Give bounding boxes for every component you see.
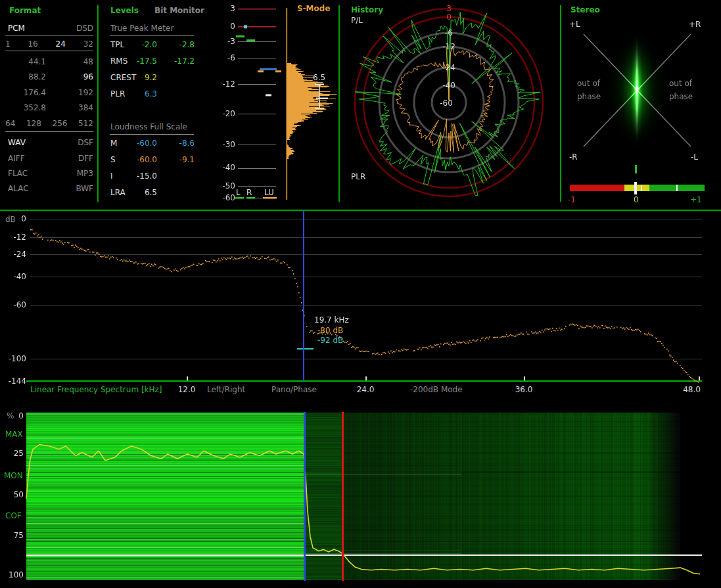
level-row-plr: PLR 6.3 — [110, 89, 195, 100]
history-ring-label: -60 — [439, 99, 454, 108]
spectrogram-y-tick: 50 — [0, 490, 24, 499]
divider — [5, 131, 93, 132]
format-option-file: DFF — [78, 154, 93, 163]
spectrum-x-tick: 48.0 — [677, 385, 707, 394]
true-peak-heading: True Peak Meter — [110, 24, 174, 33]
balance-tick — [635, 165, 637, 173]
format-file-row: WAV DSF — [5, 138, 93, 148]
correlation-min-label: -1 — [568, 195, 576, 204]
s-mode-toggle[interactable]: S-Mode — [297, 4, 331, 13]
panel-divider — [97, 5, 99, 202]
format-option-file: MP3 — [77, 169, 93, 178]
row-label: I — [110, 171, 113, 181]
format-option-rate: 176.4 — [24, 88, 46, 97]
spectrum-y-tick: -100 — [0, 354, 26, 363]
spectrum-y-tick: -24 — [0, 250, 26, 259]
histogram-spread-value: 6.5 — [313, 73, 325, 82]
cursor-left-db-readout: -80 dB — [317, 326, 343, 335]
format-bitdepth-row: 1 16 24 32 — [5, 39, 93, 49]
format-codec-row: PCM DSD — [5, 24, 93, 34]
cursor-freq-readout: 19.7 kHz — [314, 315, 349, 325]
row-value: 6.3 — [122, 89, 157, 99]
row-value: -2.0 — [122, 40, 157, 49]
format-option-file: FLAC — [8, 169, 28, 178]
spectrum-y-tick: -144 — [0, 376, 26, 386]
panel-divider — [560, 5, 561, 202]
meter-channel-l: L — [236, 188, 241, 197]
level-row-tpl: TPL -2.0 -2.8 — [110, 40, 195, 51]
level-row-lra: LRA 6.5 — [110, 188, 195, 198]
meter-scale-label: -3 — [217, 37, 235, 46]
correlation-tick — [676, 185, 678, 191]
meter-scale-label: -40 — [217, 163, 235, 172]
format-option-dsd: DSD — [76, 24, 93, 33]
spectrum-x-tick: 36.0 — [511, 385, 537, 394]
history-ring-label: -24 — [442, 63, 456, 72]
format-option-rate: 192 — [78, 88, 93, 97]
format-option-dsdrate: 128 — [26, 119, 41, 129]
format-option-rate: 96 — [83, 72, 93, 81]
history-plr-toggle[interactable]: PLR — [351, 172, 365, 181]
meter-channel-r: R — [246, 188, 252, 197]
format-rate-row: 352.8 384 — [5, 103, 93, 113]
spectrogram-mon-label: MON — [4, 471, 23, 480]
spectrogram-y-tick: 0 — [0, 411, 24, 420]
spectrum-y-tick: -40 — [0, 272, 26, 281]
divider — [5, 51, 93, 51]
mode-pano-phase[interactable]: Pano/Phase — [271, 385, 317, 394]
spectrogram-y-tick: 25 — [0, 449, 24, 458]
divider — [5, 35, 93, 35]
row-value: -8.6 — [159, 139, 195, 148]
spectrum-y-tick: 0 — [0, 214, 26, 223]
spectrogram-cof-label: COF — [5, 511, 22, 520]
row-value: -60.0 — [122, 139, 157, 148]
history-pl-toggle[interactable]: P/L — [351, 16, 363, 25]
out-of-phase-label: phase — [577, 92, 601, 101]
format-option-rate: 352.8 — [24, 103, 46, 112]
panel-divider — [338, 5, 340, 202]
format-option-bit: 16 — [28, 39, 37, 49]
level-row-crest: CREST 9.2 — [110, 73, 195, 83]
mode-left-right[interactable]: Left/Right — [207, 385, 245, 394]
format-title: Format — [9, 6, 41, 15]
row-value: -60.0 — [122, 155, 157, 164]
history-ring-label: -6 — [444, 28, 454, 37]
mode-200db[interactable]: -200dB Mode — [410, 385, 463, 394]
row-label: M — [110, 139, 117, 148]
correlation-bar-negative — [570, 185, 624, 191]
format-option-bit: 32 — [83, 39, 93, 49]
correlation-zero-label: 0 — [634, 195, 639, 204]
level-row-rms: RMS -17.5 -17.2 — [110, 57, 195, 67]
meter-scale-label: 3 — [217, 4, 235, 13]
format-rate-row: 44.1 48 — [5, 57, 93, 67]
level-row-m: M -60.0 -8.6 — [110, 139, 195, 149]
format-option-dsdrate: 64 — [5, 119, 15, 129]
meter-scale-label: -30 — [217, 140, 235, 149]
spectrum-y-tick: -12 — [0, 233, 26, 242]
row-value: -15.0 — [122, 171, 157, 181]
spectrogram-y-tick: 100 — [0, 570, 24, 579]
tab-bit-monitor[interactable]: Bit Monitor — [154, 6, 204, 15]
divider — [110, 35, 194, 36]
format-option-file: BWF — [76, 184, 93, 193]
out-of-phase-label: phase — [669, 92, 693, 101]
format-option-rate: 44.1 — [28, 57, 46, 66]
spectrogram-max-label: MAX — [5, 430, 23, 439]
format-option-rate: 88.2 — [28, 72, 46, 81]
out-of-phase-label: out of — [577, 79, 600, 88]
format-rate-row: 176.4 192 — [5, 88, 93, 98]
level-row-i: I -15.0 — [110, 171, 195, 182]
spectrum-title: Linear Frequency Spectrum [kHz] — [30, 385, 162, 394]
level-meter-display — [217, 0, 342, 205]
row-value: 6.5 — [122, 188, 157, 197]
format-option-file: DSF — [78, 138, 93, 147]
tab-levels[interactable]: Levels — [110, 6, 139, 15]
meter-scale-label: 0 — [217, 22, 235, 31]
history-ring-label: 0 — [444, 12, 454, 22]
loudness-heading: Loudness Full Scale — [110, 122, 187, 131]
spectrum-y-tick: -60 — [0, 300, 26, 309]
format-option-dsdrate: 256 — [53, 119, 68, 129]
format-option-file: ALAC — [8, 184, 29, 193]
correlation-marker — [634, 182, 637, 194]
meter-scale-label: -20 — [217, 109, 235, 118]
